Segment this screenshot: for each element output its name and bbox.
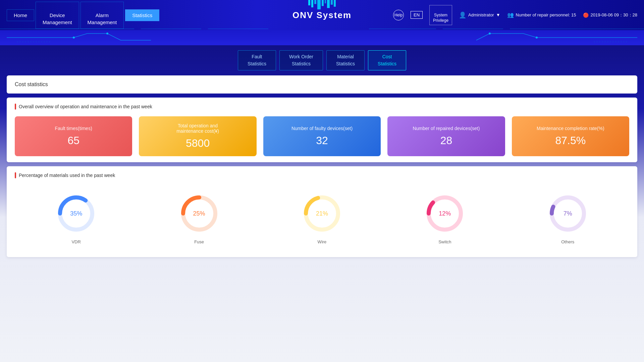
stat-box-total-cost: Total operation and maintenance cost(¥) … xyxy=(139,116,256,156)
admin-info: 👤 Administrator ▼ xyxy=(459,11,500,19)
stat-value-faulty-devices: 32 xyxy=(316,134,328,147)
donut-value-switch: 12% xyxy=(439,210,451,217)
system-title: ONV System xyxy=(292,10,352,20)
donut-others: 7% xyxy=(546,192,590,235)
donut-value-others: 7% xyxy=(564,210,572,217)
svg-point-11 xyxy=(73,37,75,39)
stat-box-fault-times: Fault times(times) 65 xyxy=(15,116,132,156)
header: Home Device Management Alarm Management … xyxy=(0,0,644,30)
nav-tabs: Home Device Management Alarm Management … xyxy=(7,2,159,29)
help-button[interactable]: Help xyxy=(393,10,404,20)
materials-section-indicator xyxy=(15,172,16,178)
materials-section-header: Percentage of materials used in the past… xyxy=(15,172,629,178)
clock-icon: 🔴 xyxy=(583,12,589,18)
svg-point-19 xyxy=(489,33,491,35)
donut-item-vdr: 35% VDR xyxy=(54,192,98,244)
header-right: Help EN System Privilege 👤 Administrator… xyxy=(393,5,637,25)
section-indicator xyxy=(15,104,16,110)
main-content: Cost statistics Overall overview of oper… xyxy=(7,75,637,257)
donut-label-fuse: Fuse xyxy=(194,239,204,244)
stat-label-fault-times: Fault times(times) xyxy=(55,126,92,131)
donut-label-vdr: VDR xyxy=(71,239,80,244)
donut-item-fuse: 25% Fuse xyxy=(177,192,221,244)
tab-fault-statistics[interactable]: Fault Statistics xyxy=(238,50,276,70)
svg-line-7 xyxy=(74,34,87,38)
repair-icon: 👥 xyxy=(507,12,514,18)
svg-line-17 xyxy=(476,34,490,40)
stat-value-completion-rate: 87.5% xyxy=(555,134,586,147)
admin-dropdown-icon[interactable]: ▼ xyxy=(496,12,500,17)
nav-tab-statistics[interactable]: Statistics xyxy=(125,9,159,21)
stat-label-total-cost: Total operation and maintenance cost(¥) xyxy=(176,123,219,134)
donut-label-switch: Switch xyxy=(438,239,451,244)
page-title: Cost statistics xyxy=(15,81,48,87)
sub-nav: Fault Statistics Work Order Statistics M… xyxy=(0,45,644,75)
stat-value-fault-times: 65 xyxy=(67,134,79,147)
stat-value-total-cost: 5800 xyxy=(186,137,210,149)
stat-box-faulty-devices: Number of faulty devices(set) 32 xyxy=(263,116,381,156)
page-title-card: Cost statistics xyxy=(7,75,637,94)
stat-box-completion-rate: Maintenance completion rate(%) 87.5% xyxy=(512,116,629,156)
tab-workorder-statistics[interactable]: Work Order Statistics xyxy=(279,50,323,70)
donut-item-wire: 21% Wire xyxy=(300,192,344,244)
stat-box-repaired-devices: Number of repaired devices(set) 28 xyxy=(387,116,505,156)
donut-row: 35% VDR 25% Fuse 21% Wire 12% xyxy=(15,185,629,251)
nav-tab-alarm[interactable]: Alarm Management xyxy=(80,2,124,29)
repair-info: 👥 Number of repair personnel: 15 xyxy=(507,12,576,18)
datetime-info: 🔴 2019-08-06 09：30：28 xyxy=(583,12,638,18)
donut-label-wire: Wire xyxy=(318,239,327,244)
tab-cost-statistics[interactable]: Cost Statistics xyxy=(368,50,406,70)
stat-label-faulty-devices: Number of faulty devices(set) xyxy=(291,126,353,131)
materials-section-title: Percentage of materials used in the past… xyxy=(19,173,115,178)
nav-tab-device[interactable]: Device Management xyxy=(36,2,79,29)
sys-priv-button[interactable]: System Privilege xyxy=(429,5,452,25)
admin-icon: 👤 xyxy=(459,11,466,19)
donut-item-switch: 12% Switch xyxy=(423,192,467,244)
overview-section-title: Overall overview of operation and mainte… xyxy=(19,104,152,109)
stat-boxes: Fault times(times) 65 Total operation an… xyxy=(15,116,629,156)
donut-value-fuse: 25% xyxy=(193,210,205,217)
donut-value-vdr: 35% xyxy=(70,210,82,217)
donut-vdr: 35% xyxy=(54,192,98,235)
donut-value-wire: 21% xyxy=(316,210,328,217)
donut-label-others: Others xyxy=(561,239,574,244)
donut-item-others: 7% Others xyxy=(546,192,590,244)
overview-card: Overall overview of operation and mainte… xyxy=(7,98,637,162)
stat-label-completion-rate: Maintenance completion rate(%) xyxy=(537,126,604,131)
nav-tab-home[interactable]: Home xyxy=(7,9,34,21)
donut-wire: 21% xyxy=(300,192,344,235)
lang-button[interactable]: EN xyxy=(411,11,423,19)
svg-point-18 xyxy=(536,37,538,39)
svg-line-15 xyxy=(523,34,537,38)
overview-section-header: Overall overview of operation and mainte… xyxy=(15,104,629,110)
stat-label-repaired-devices: Number of repaired devices(set) xyxy=(413,126,480,131)
svg-point-12 xyxy=(106,33,108,35)
svg-line-9 xyxy=(107,34,121,40)
donut-switch: 12% xyxy=(423,192,467,235)
tab-material-statistics[interactable]: Material Statistics xyxy=(326,50,365,70)
materials-card: Percentage of materials used in the past… xyxy=(7,166,637,257)
stat-value-repaired-devices: 28 xyxy=(440,134,452,147)
donut-fuse: 25% xyxy=(177,192,221,235)
